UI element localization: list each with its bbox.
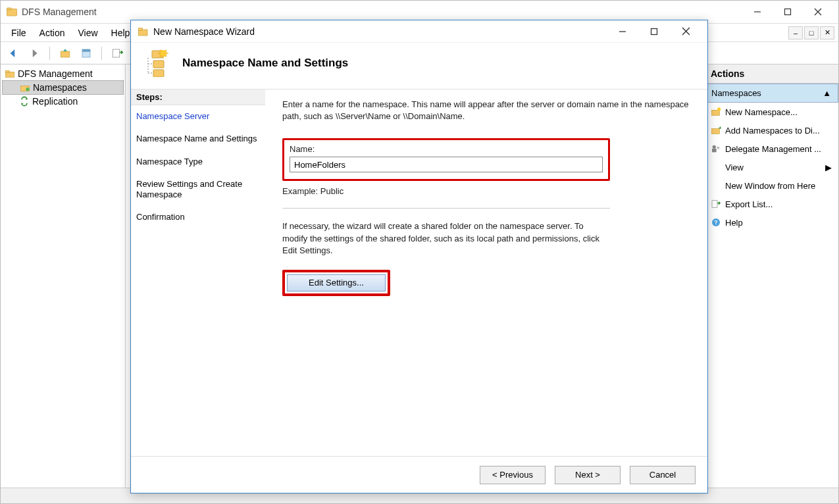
back-button[interactable]: [5, 45, 22, 62]
step-namespace-server[interactable]: Namespace Server: [131, 105, 265, 128]
divider: [282, 208, 610, 209]
dialog-window-controls: [613, 24, 701, 39]
svg-rect-16: [711, 110, 719, 115]
delegate-icon: [711, 143, 721, 154]
menu-view[interactable]: View: [71, 26, 104, 40]
dialog-minimize-button[interactable]: [613, 24, 632, 39]
action-help-label: Help: [725, 218, 743, 228]
wizard-steps-panel: Steps: Namespace Server Namespace Name a…: [131, 89, 265, 456]
action-delegate-label: Delegate Management ...: [725, 144, 821, 154]
name-label: Name:: [290, 144, 603, 154]
step-namespace-type: Namespace Type: [131, 151, 265, 173]
dialog-maximize-button[interactable]: [644, 24, 664, 39]
new-namespace-icon: [711, 107, 721, 117]
toolbar-separator-2: [101, 47, 102, 60]
tree-root[interactable]: DFS Management: [2, 67, 124, 80]
name-example: Example: Public: [282, 186, 690, 196]
action-export-list[interactable]: Export List...: [704, 195, 838, 213]
namespace-name-input[interactable]: [290, 157, 603, 172]
collapse-icon: ▲: [823, 88, 831, 98]
close-button[interactable]: [803, 2, 833, 22]
view-submenu-icon: [711, 162, 721, 172]
tree-namespaces[interactable]: Namespaces: [2, 80, 124, 95]
action-new-window-label: New Window from Here: [725, 181, 815, 191]
tree-replication-label: Replication: [32, 96, 78, 107]
chevron-right-icon: ▶: [825, 163, 832, 172]
dialog-footer: < Previous Next > Cancel: [131, 456, 707, 493]
replication-icon: [19, 96, 30, 107]
tree-replication[interactable]: Replication: [2, 95, 124, 108]
tree-root-label: DFS Management: [18, 68, 93, 79]
maximize-button[interactable]: [773, 2, 803, 22]
previous-button[interactable]: < Previous: [480, 466, 546, 484]
action-export-label: Export List...: [725, 199, 773, 209]
action-view[interactable]: View ▶: [704, 158, 838, 176]
menu-action[interactable]: Action: [33, 26, 72, 40]
svg-text:?: ?: [714, 219, 717, 226]
svg-rect-27: [139, 28, 143, 30]
actions-header: Actions: [704, 64, 838, 84]
action-add-namespaces-label: Add Namespaces to Di...: [725, 126, 820, 136]
help-icon: ?: [711, 217, 721, 228]
export-button[interactable]: [109, 45, 126, 62]
actions-group-label: Namespaces: [711, 88, 761, 98]
action-new-namespace[interactable]: New Namespace...: [704, 103, 838, 121]
shared-folder-note: If necessary, the wizard will create a s…: [282, 220, 610, 257]
step-review: Review Settings and Create Namespace: [131, 173, 265, 207]
name-highlight-box: Name:: [282, 138, 610, 181]
main-window-controls: [742, 2, 833, 22]
edit-settings-button[interactable]: Edit Settings...: [287, 274, 386, 291]
dialog-body: Steps: Namespace Server Namespace Name a…: [131, 89, 707, 456]
dialog-header-title: Namespace Name and Settings: [182, 57, 348, 70]
svg-rect-35: [153, 61, 164, 68]
edit-settings-highlight-box: Edit Settings...: [282, 270, 390, 296]
action-add-namespaces[interactable]: + Add Namespaces to Di...: [704, 121, 838, 139]
steps-label: Steps:: [131, 89, 265, 105]
wizard-icon: [138, 26, 149, 38]
svg-text:+: +: [719, 125, 721, 131]
forward-button[interactable]: [26, 45, 43, 62]
mini-close-icon[interactable]: ✕: [820, 26, 834, 39]
svg-rect-6: [61, 51, 70, 57]
dfs-root-icon: [5, 68, 15, 79]
mini-restore-icon[interactable]: □: [804, 26, 819, 39]
action-new-namespace-label: New Namespace...: [725, 107, 798, 117]
svg-rect-13: [5, 70, 9, 72]
svg-rect-9: [113, 49, 120, 57]
mini-minimize-icon[interactable]: –: [788, 26, 803, 39]
step-name-settings[interactable]: Namespace Name and Settings: [131, 128, 265, 150]
actions-panel: Actions Namespaces ▲ New Namespace... + …: [703, 64, 838, 488]
action-delegate-management[interactable]: Delegate Management ...: [704, 139, 838, 158]
namespaces-icon: [20, 82, 30, 93]
svg-rect-1: [7, 8, 12, 10]
properties-button[interactable]: [78, 45, 95, 62]
tree-panel: DFS Management Namespaces Replication: [1, 64, 126, 488]
dialog-title: New Namespace Wizard: [153, 26, 613, 37]
add-namespaces-icon: +: [711, 125, 721, 136]
action-view-label: View: [725, 163, 821, 172]
svg-point-15: [26, 88, 29, 91]
actions-group-namespaces[interactable]: Namespaces ▲: [704, 84, 838, 103]
dialog-titlebar: New Namespace Wizard: [131, 20, 707, 43]
wizard-description: Enter a name for the namespace. This nam…: [282, 99, 690, 122]
svg-rect-29: [651, 28, 657, 34]
action-help[interactable]: ? Help: [704, 213, 838, 232]
menu-file[interactable]: File: [5, 26, 33, 40]
svg-point-22: [717, 147, 719, 149]
svg-point-20: [713, 145, 716, 149]
app-icon: [6, 6, 18, 18]
action-new-window[interactable]: New Window from Here: [704, 176, 838, 195]
toolbar-separator: [49, 47, 50, 60]
dialog-close-button[interactable]: [676, 24, 696, 39]
wizard-header-icon: [143, 49, 169, 77]
svg-rect-21: [712, 149, 717, 152]
svg-rect-8: [82, 49, 90, 52]
export-icon: [711, 199, 721, 209]
cancel-button[interactable]: Cancel: [630, 466, 696, 484]
wizard-content: Enter a name for the namespace. This nam…: [265, 89, 707, 456]
next-button[interactable]: Next >: [555, 466, 621, 484]
main-title: DFS Management: [22, 7, 742, 17]
menubar-right-controls: – □ ✕: [787, 26, 834, 39]
up-folder-button[interactable]: [57, 45, 74, 62]
minimize-button[interactable]: [742, 2, 773, 22]
